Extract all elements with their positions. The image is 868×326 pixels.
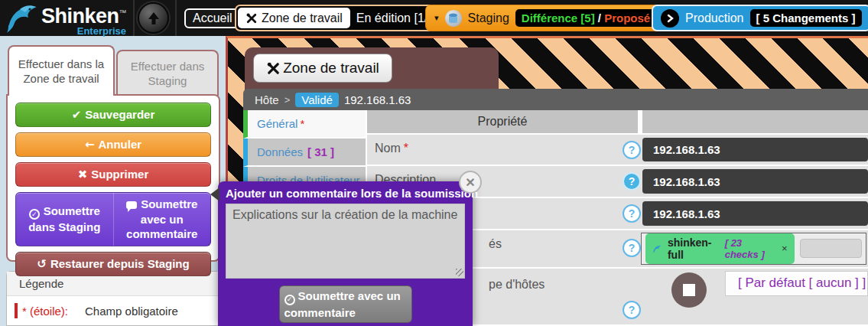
remove-tag-icon[interactable]: × [782, 243, 788, 254]
modal-title: Ajouter un commentaire lors de la soumis… [226, 187, 465, 200]
status-badge: Validé [295, 93, 339, 107]
modal-pointer [210, 187, 219, 201]
delete-button[interactable]: ✖Supprimer [15, 162, 211, 187]
stop-button[interactable] [671, 272, 707, 308]
breadcrumb: Hôte > Validé 192.168.1.63 [243, 89, 868, 110]
comment-icon [126, 201, 137, 209]
table-row: Nom* ? 192.168.1.63 [367, 135, 868, 165]
close-icon[interactable]: ✕ [459, 171, 482, 194]
chevron-right-icon [661, 9, 679, 28]
field-label-nom: Nom* [375, 142, 408, 155]
production-title: Production [685, 11, 744, 25]
circled-check-icon: ✓ [284, 295, 295, 305]
help-icon[interactable]: ? [623, 239, 641, 257]
template-tag[interactable]: shinken-full [ 23 checks ] × [645, 233, 795, 264]
production-widget[interactable]: Production [ 5 Changements ] [652, 5, 868, 31]
staging-title: Staging [468, 11, 509, 25]
table-header: Propriété [367, 110, 868, 133]
restore-icon: ↺ [37, 257, 47, 271]
submit-split-button: ✓Soumettre dans Staging Soumettre avec u… [15, 192, 211, 246]
legend-key: * (étoile): [22, 305, 68, 318]
required-asterisk: * [404, 142, 408, 155]
scroll-top-button[interactable] [138, 2, 169, 34]
legend-value: Champ obligatoire [85, 305, 178, 318]
brand-name: Shinken™ [41, 6, 126, 27]
template-search-input[interactable] [800, 239, 862, 258]
menu-item-general[interactable]: Général* [243, 110, 366, 139]
topbar: Shinken™ Enterprise Accueil Zone de trav… [0, 0, 868, 36]
submit-with-comment-button[interactable]: Soumettre avec un commentaire [114, 193, 211, 246]
database-icon [445, 10, 462, 27]
field-label-templates: és [489, 237, 502, 251]
column-header-property: Propriété [367, 110, 638, 133]
breadcrumb-separator: > [284, 94, 291, 106]
address-input[interactable]: 192.168.1.63 [642, 201, 868, 226]
staging-status: Différence [5] / Proposé [1] [515, 9, 674, 27]
nom-input[interactable]: 192.168.1.63 [642, 138, 868, 162]
menu-item-donnees[interactable]: Données[ 31 ] [243, 139, 366, 167]
panel-title: Zone de travail [253, 54, 392, 83]
required-asterisk: * [300, 117, 304, 130]
save-button[interactable]: ✔Sauvegarder [15, 103, 211, 127]
modal-submit-button[interactable]: ✓Soumettre avec un commentaire [279, 285, 412, 323]
data-count-badge: [ 31 ] [307, 145, 334, 158]
help-icon[interactable]: ? [623, 141, 641, 159]
help-icon[interactable]: ? [623, 301, 641, 319]
template-tag-name: shinken-full [668, 236, 720, 261]
cross-icon: ✖ [78, 168, 88, 181]
legend-marker [15, 303, 18, 318]
circled-check-icon: ✓ [29, 209, 40, 220]
action-panel: ✔Sauvegarder ←Annuler ✖Supprimer ✓Soumet… [6, 94, 220, 262]
back-arrow-icon: ← [85, 138, 95, 152]
comment-textarea[interactable]: Explications sur la création de la machi… [226, 204, 465, 279]
legend-panel: Légende * (étoile): Champ obligatoire [6, 271, 220, 326]
workzone-label: Zone de travail [238, 8, 350, 28]
default-value-box[interactable]: [ Par défaut [ aucun ] ] [725, 271, 868, 296]
check-icon: ✔ [72, 108, 82, 122]
staging-widget[interactable]: ▾ Staging Différence [5] / Proposé [1] [425, 5, 683, 31]
restore-button[interactable]: ↺Restaurer depuis Staging [15, 252, 211, 276]
shinken-bird-icon [5, 2, 40, 34]
tab-workzone-actions[interactable]: Effectuer dans la Zone de travail [8, 45, 115, 96]
topbar-divider [175, 0, 177, 36]
resize-handle[interactable] [456, 269, 463, 276]
comment-textarea-wrap: Explications sur la création de la machi… [226, 204, 465, 279]
tab-staging-actions[interactable]: Effectuer dans Staging [116, 50, 219, 96]
shinken-bird-icon [652, 243, 662, 254]
field-label-hostgroup: pe d'hôtes [489, 278, 545, 292]
up-arrow-icon [146, 11, 161, 26]
workzone-widget[interactable]: Zone de travail En édition [1/2] [235, 5, 448, 31]
comment-modal: ✕ Ajouter un commentaire lors de la soum… [218, 181, 473, 326]
shinken-logo: Shinken™ Enterprise [5, 2, 126, 37]
topbar-divider [133, 0, 135, 36]
host-name: 192.168.1.63 [344, 93, 411, 106]
stop-square-icon [683, 284, 695, 296]
cancel-button[interactable]: ←Annuler [15, 132, 211, 157]
workzone-title: Zone de travail [262, 11, 343, 25]
tools-icon [266, 61, 281, 76]
template-field[interactable]: shinken-full [ 23 checks ] × [641, 233, 866, 265]
trademark: ™ [119, 8, 127, 17]
help-icon[interactable]: ? [623, 204, 641, 223]
help-icon[interactable]: ? [623, 172, 641, 191]
home-button[interactable]: Accueil [184, 8, 241, 28]
submit-staging-button[interactable]: ✓Soumettre dans Staging [16, 193, 114, 246]
production-changes-badge: [ 5 Changements ] [750, 9, 862, 27]
template-tag-checks: [ 23 checks ] [725, 237, 776, 260]
panel-title-box: Zone de travail [245, 47, 499, 92]
column-header-value [642, 110, 868, 133]
breadcrumb-type: Hôte [255, 93, 279, 106]
staging-difference: Différence [5] [522, 11, 595, 24]
legend-entry: * (étoile): Champ obligatoire [7, 296, 219, 325]
description-input[interactable]: 192.168.1.63 [642, 169, 868, 194]
chevron-down-icon[interactable]: ▾ [434, 13, 439, 23]
tools-icon [245, 12, 258, 24]
